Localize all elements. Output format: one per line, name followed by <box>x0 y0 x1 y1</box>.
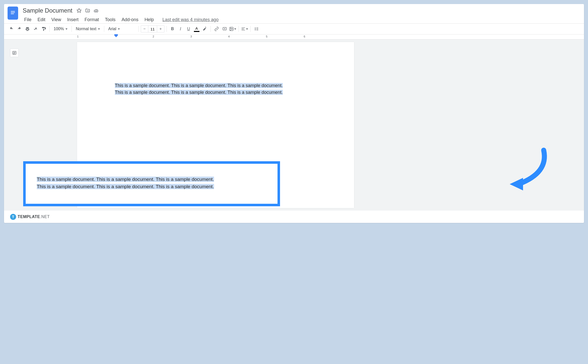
font-size-group: − + <box>141 25 164 32</box>
underline-button[interactable]: U <box>185 25 192 33</box>
separator <box>104 26 104 32</box>
outline-button[interactable] <box>10 49 19 57</box>
menu-bar: File Edit View Insert Format Tools Add-o… <box>22 16 580 23</box>
align-button[interactable] <box>241 25 248 33</box>
style-dropdown[interactable]: Normal text <box>74 26 102 32</box>
svg-rect-9 <box>241 29 244 29</box>
font-size-increase[interactable]: + <box>157 26 164 32</box>
ruler-tick-label: 6 <box>304 35 305 38</box>
callout-arrow-icon <box>503 145 554 195</box>
line-spacing-button[interactable] <box>253 25 260 33</box>
move-folder-icon[interactable] <box>85 8 90 13</box>
svg-rect-2 <box>11 12 15 13</box>
title-icons <box>76 8 99 13</box>
caret-icon <box>98 28 100 30</box>
workspace: This is a sample document. This is a sam… <box>4 39 584 211</box>
header: Sample Document File Edit View <box>4 4 584 23</box>
header-content: Sample Document File Edit View <box>22 7 580 23</box>
svg-marker-4 <box>77 9 81 13</box>
selected-text-line2[interactable]: This is a sample document. This is a sam… <box>115 90 283 95</box>
menu-edit[interactable]: Edit <box>35 16 48 23</box>
font-size-input[interactable] <box>148 26 157 32</box>
toolbar: 100% Normal text Arial − + B I U A <box>4 23 584 34</box>
menu-tools[interactable]: Tools <box>102 16 118 23</box>
watermark-icon: T <box>10 214 16 220</box>
italic-button[interactable]: I <box>177 25 184 33</box>
svg-rect-1 <box>11 11 15 12</box>
app-frame: Sample Document File Edit View <box>4 4 584 223</box>
menu-addons[interactable]: Add-ons <box>119 16 141 23</box>
caret-icon <box>65 28 67 30</box>
callout-box: This is a sample document. This is a sam… <box>23 161 280 206</box>
font-dropdown[interactable]: Arial <box>106 26 136 32</box>
watermark-text: TEMPLATE.NET <box>18 215 50 219</box>
menu-file[interactable]: File <box>22 16 34 23</box>
color-swatch <box>194 31 199 32</box>
title-row: Sample Document <box>22 7 580 15</box>
ruler-tick-label: 5 <box>266 35 267 38</box>
ruler-tick-label: 1 <box>77 35 79 38</box>
separator <box>211 26 211 32</box>
separator <box>250 26 251 32</box>
menu-format[interactable]: Format <box>82 16 101 23</box>
caret-icon <box>118 28 120 30</box>
svg-marker-13 <box>510 178 523 190</box>
highlight-button[interactable] <box>201 25 209 33</box>
svg-point-7 <box>230 28 231 29</box>
caret-icon <box>234 28 236 30</box>
ruler-tick-label: 2 <box>153 35 154 38</box>
image-button[interactable] <box>229 25 236 33</box>
menu-view[interactable]: View <box>49 16 64 23</box>
undo-button[interactable] <box>8 25 15 33</box>
print-button[interactable] <box>24 25 31 33</box>
svg-rect-10 <box>241 30 245 30</box>
separator <box>238 26 239 32</box>
selected-text-line1[interactable]: This is a sample document. This is a sam… <box>115 83 283 88</box>
menu-insert[interactable]: Insert <box>65 16 81 23</box>
separator <box>166 26 167 32</box>
zoom-value: 100% <box>54 27 64 31</box>
ruler-tick-label: 4 <box>228 35 230 38</box>
svg-rect-3 <box>11 14 14 14</box>
svg-rect-8 <box>241 28 245 28</box>
ruler-marks: 1 2 3 4 5 6 <box>77 34 584 39</box>
last-edit-link[interactable]: Last edit was 4 minutes ago <box>162 17 219 22</box>
menu-help[interactable]: Help <box>142 16 156 23</box>
indent-marker-icon[interactable] <box>114 34 118 37</box>
text-color-button[interactable]: A <box>193 25 200 33</box>
spellcheck-button[interactable] <box>32 25 39 33</box>
style-value: Normal text <box>76 27 96 31</box>
svg-marker-11 <box>114 34 118 37</box>
separator <box>139 26 139 32</box>
docs-logo-icon <box>10 10 16 17</box>
star-icon[interactable] <box>76 8 82 13</box>
bold-button[interactable]: B <box>169 25 176 33</box>
zoom-dropdown[interactable]: 100% <box>52 26 70 32</box>
callout-text-line1: This is a sample document. This is a sam… <box>37 177 214 182</box>
redo-button[interactable] <box>16 25 23 33</box>
watermark: T TEMPLATE.NET <box>10 214 50 220</box>
comment-button[interactable] <box>221 25 228 33</box>
cloud-status-icon[interactable] <box>93 8 99 13</box>
document-title[interactable]: Sample Document <box>22 7 73 15</box>
ruler[interactable]: 1 2 3 4 5 6 <box>4 34 584 39</box>
docs-logo[interactable] <box>8 7 18 20</box>
svg-rect-0 <box>10 10 16 17</box>
link-button[interactable] <box>213 25 220 33</box>
font-size-decrease[interactable]: − <box>141 26 148 32</box>
caret-icon <box>246 28 248 30</box>
font-value: Arial <box>108 27 116 31</box>
separator <box>72 26 72 32</box>
separator <box>49 26 50 32</box>
ruler-tick-label: 3 <box>190 35 192 38</box>
callout-text-line2: This is a sample document. This is a sam… <box>37 184 214 189</box>
paint-format-button[interactable] <box>40 25 47 33</box>
